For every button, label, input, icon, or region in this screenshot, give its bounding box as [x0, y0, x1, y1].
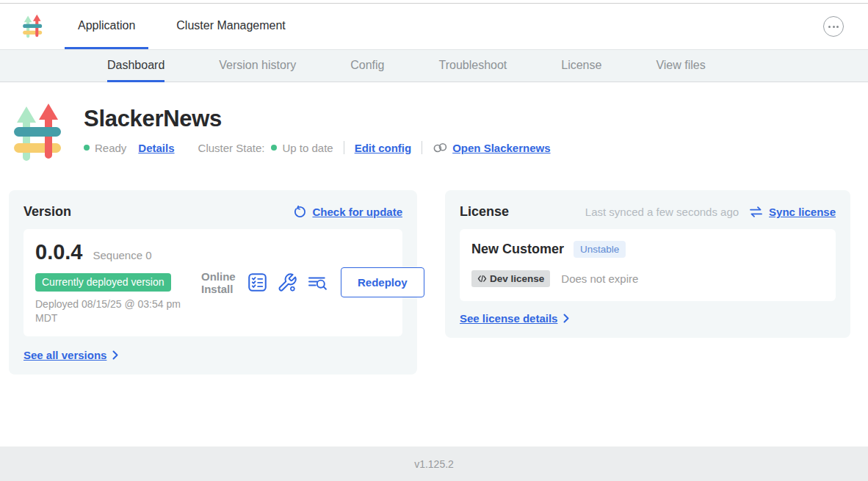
cluster-state-value: Up to date [282, 142, 333, 154]
tab-config[interactable]: Config [350, 50, 384, 82]
version-card-title: Version [23, 204, 71, 220]
app-status-row: Ready Details Cluster State: Up to date … [84, 141, 551, 154]
install-type-label: Online Install [201, 270, 238, 296]
code-brackets-icon [477, 275, 487, 283]
ready-status-label: Ready [95, 142, 126, 154]
tab-troubleshoot[interactable]: Troubleshoot [438, 50, 507, 82]
preflight-checklist-icon[interactable] [247, 272, 267, 292]
license-card: License Last synced a few seconds ago Sy… [445, 190, 850, 338]
divider [344, 141, 344, 154]
tab-cluster-management-label: Cluster Management [176, 19, 286, 32]
divider [422, 141, 422, 154]
console-footer: v1.125.2 [0, 446, 868, 481]
wrench-gear-icon[interactable] [277, 272, 297, 293]
app-logo-small [22, 13, 44, 40]
edit-config-link[interactable]: Edit config [355, 142, 412, 154]
top-nav-bar: Application Cluster Management [0, 4, 868, 49]
cluster-state-label: Cluster State: [198, 142, 265, 154]
chain-link-icon [433, 142, 448, 153]
tab-cluster-management[interactable]: Cluster Management [163, 4, 299, 49]
tab-application[interactable]: Application [65, 4, 148, 49]
app-logo-large [12, 102, 66, 164]
sequence-label: Sequence 0 [93, 249, 152, 261]
tab-application-label: Application [78, 19, 135, 32]
version-card: Version Check for update 0.0.4 Sequence … [9, 190, 417, 375]
logs-search-icon[interactable] [307, 274, 329, 292]
see-all-versions-link[interactable]: See all versions [23, 349, 402, 361]
license-panel: New Customer Unstable Dev license Does n… [460, 229, 836, 301]
app-header: SlackerNews Ready Details Cluster State:… [0, 82, 868, 164]
deployed-version-badge: Currently deployed version [35, 273, 171, 292]
see-license-details-label: See license details [460, 312, 557, 325]
current-version-panel: 0.0.4 Sequence 0 Currently deployed vers… [23, 229, 402, 336]
tab-view-files[interactable]: View files [656, 50, 705, 82]
license-type-badge: Dev license [471, 270, 550, 287]
customer-name: New Customer [471, 242, 564, 257]
open-slackernews-label: Open Slackernews [452, 142, 550, 154]
sync-license-link[interactable]: Sync license [749, 206, 836, 218]
license-expiry: Does not expire [561, 272, 638, 285]
tab-version-history[interactable]: Version history [219, 50, 296, 82]
details-link[interactable]: Details [138, 142, 174, 154]
refresh-icon [294, 206, 306, 218]
license-type-label: Dev license [490, 273, 544, 284]
channel-badge: Unstable [574, 241, 626, 258]
chevron-right-icon [563, 314, 569, 323]
redeploy-button[interactable]: Redeploy [341, 267, 424, 297]
sync-license-label: Sync license [769, 206, 836, 218]
sync-arrows-icon [749, 206, 763, 217]
open-slackernews-link[interactable]: Open Slackernews [433, 142, 550, 154]
check-for-update-link[interactable]: Check for update [294, 206, 402, 218]
cluster-state-dot-icon [271, 145, 277, 151]
version-number: 0.0.4 [35, 240, 83, 264]
dashboard-cards: Version Check for update 0.0.4 Sequence … [0, 190, 868, 375]
see-license-details-link[interactable]: See license details [460, 312, 836, 325]
deployed-timestamp: Deployed 08/15/25 @ 03:54 pm MDT [35, 297, 195, 325]
tab-license[interactable]: License [561, 50, 601, 82]
see-all-versions-label: See all versions [23, 349, 106, 361]
ready-status-dot-icon [84, 145, 90, 151]
page-title: SlackerNews [84, 106, 551, 132]
app-sub-nav: Dashboard Version history Config Trouble… [0, 49, 868, 82]
last-synced-label: Last synced a few seconds ago [585, 206, 739, 218]
chevron-right-icon [112, 350, 118, 360]
console-version: v1.125.2 [414, 458, 454, 470]
license-card-title: License [460, 204, 509, 220]
ellipsis-circle-icon[interactable] [823, 16, 844, 37]
tab-dashboard[interactable]: Dashboard [107, 50, 164, 82]
check-for-update-label: Check for update [312, 206, 402, 218]
